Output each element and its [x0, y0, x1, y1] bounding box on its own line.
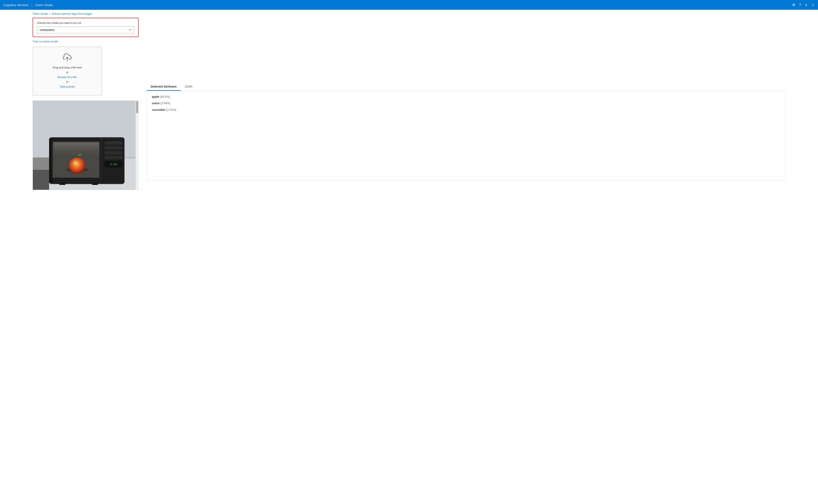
upload-instructions: Drag and drop a file here or Browse for …: [37, 65, 97, 89]
attribute-name-2: cucumber: [152, 108, 165, 111]
svg-text:0:00: 0:00: [110, 163, 117, 166]
attribute-pct-0: (94.0%): [160, 95, 170, 98]
breadcrumb: Vision Studio > Extract common tags from…: [0, 10, 818, 18]
preview-image-container: 0:00: [33, 100, 139, 190]
preview-image: 0:00: [33, 101, 136, 190]
svg-rect-22: [53, 180, 98, 180]
settings-icon[interactable]: ⚙: [792, 3, 795, 7]
svg-rect-14: [99, 138, 102, 183]
left-panel: Choose the model you want to try out con…: [33, 18, 139, 190]
upload-cloud-icon: [37, 53, 97, 63]
breadcrumb-home-link[interactable]: Vision Studio: [33, 12, 48, 15]
scroll-thumb: [136, 101, 138, 113]
svg-rect-8: [54, 143, 101, 159]
model-chooser-label: Choose the model you want to try out: [37, 21, 134, 24]
help-icon[interactable]: ?: [799, 3, 801, 7]
svg-rect-26: [49, 138, 51, 183]
upload-dropzone[interactable]: Drag and drop a file here or Browse for …: [33, 47, 102, 96]
attributes-panel: apple (94.0%) onion (3.58%) cucumber (2.…: [147, 91, 785, 181]
image-scrollbar[interactable]: [135, 101, 138, 190]
or-text-2: or: [66, 80, 68, 83]
attribute-row-2: cucumber (2.41%): [152, 108, 780, 111]
brand-name: Cognitive Services: [3, 3, 29, 7]
right-panel: Detected attributes JSON apple (94.0%) o…: [147, 18, 785, 190]
header-divider: |: [31, 3, 32, 7]
svg-rect-17: [105, 146, 122, 149]
tab-detected-attributes[interactable]: Detected attributes: [147, 83, 181, 91]
browse-file-link[interactable]: Browse for a file: [58, 76, 77, 79]
breadcrumb-current: Extract common tags from images: [52, 12, 92, 15]
tab-json[interactable]: JSON: [181, 83, 196, 91]
app-header: Cognitive Services | Vision Studio ⚙ ? ∨…: [0, 0, 818, 10]
attribute-pct-2: (2.41%): [166, 108, 176, 111]
result-tabs: Detected attributes JSON: [147, 83, 785, 91]
header-branding: Cognitive Services | Vision Studio: [3, 3, 53, 7]
svg-rect-16: [105, 141, 122, 145]
attribute-row-0: apple (94.0%): [152, 95, 780, 98]
svg-rect-23: [53, 181, 98, 182]
chevron-down-icon[interactable]: ∨: [805, 3, 807, 7]
svg-rect-24: [59, 183, 65, 185]
svg-rect-15: [103, 138, 124, 183]
svg-point-10: [69, 158, 85, 174]
svg-rect-28: [33, 158, 49, 170]
svg-rect-27: [33, 170, 49, 190]
drag-drop-text: Drag and drop a file here: [53, 66, 82, 69]
attribute-name-0: apple: [152, 95, 159, 98]
product-name: Vision Studio: [35, 3, 53, 7]
model-select-dropdown[interactable]: contosotest generalmodel custommodel1: [37, 26, 134, 33]
train-custom-model-link[interactable]: Train a custom model: [33, 40, 139, 43]
attribute-row-1: onion (3.58%): [152, 102, 780, 105]
svg-rect-19: [105, 156, 122, 159]
take-photo-link[interactable]: Take a photo: [60, 85, 75, 88]
svg-rect-25: [92, 183, 98, 185]
header-actions: ⚙ ? ∨ ☺: [792, 3, 815, 7]
or-text-1: or: [66, 71, 68, 74]
model-chooser-box: Choose the model you want to try out con…: [33, 18, 139, 37]
attribute-name-1: onion: [152, 102, 160, 105]
svg-rect-18: [105, 151, 122, 154]
main-content: Choose the model you want to try out con…: [0, 18, 818, 190]
attribute-pct-1: (3.58%): [160, 102, 170, 105]
breadcrumb-separator: >: [49, 12, 51, 15]
user-icon[interactable]: ☺: [811, 3, 815, 7]
